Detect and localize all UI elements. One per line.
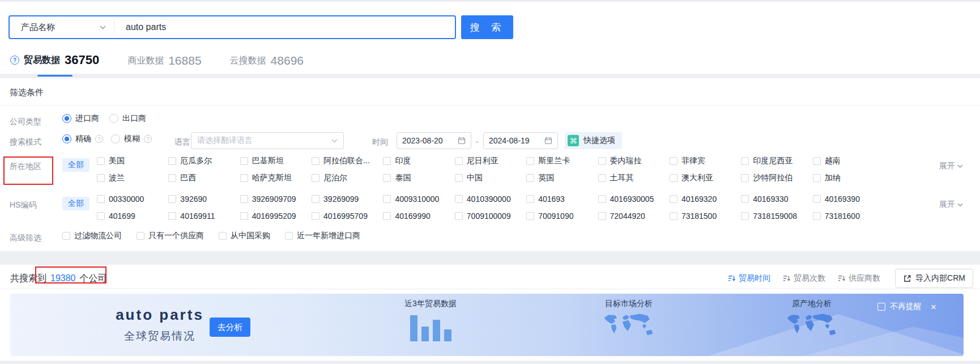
filter-checkbox-item[interactable]: 72044920: [598, 211, 670, 221]
checkbox-icon[interactable]: [168, 174, 176, 182]
search-category-select[interactable]: 产品名称: [10, 16, 114, 38]
filter-checkbox-item[interactable]: 40169330: [741, 194, 812, 204]
language-select[interactable]: 请选择翻译语言: [191, 132, 344, 149]
checkbox-icon[interactable]: [62, 232, 70, 240]
tab-trade-data[interactable]: ? 贸易数据 36750: [10, 53, 99, 77]
filter-checkbox-item[interactable]: 波兰: [97, 173, 168, 183]
filter-checkbox-item[interactable]: 哈萨克斯坦: [240, 173, 312, 183]
checkbox-icon[interactable]: [598, 195, 606, 203]
checkbox-icon[interactable]: [526, 174, 534, 182]
question-circle-icon[interactable]: ?: [144, 135, 152, 143]
checkbox-icon[interactable]: [813, 174, 821, 182]
filter-checkbox-item[interactable]: 4009310000: [383, 194, 454, 204]
search-button[interactable]: 搜 索: [461, 15, 513, 39]
checkbox-icon[interactable]: [741, 212, 749, 220]
radio-icon[interactable]: [111, 134, 120, 143]
filter-checkbox-item[interactable]: 40169390: [813, 194, 884, 204]
filter-checkbox-item[interactable]: 越南: [813, 156, 884, 166]
checkbox-icon[interactable]: [168, 157, 176, 165]
dismiss-checkbox[interactable]: [877, 303, 885, 311]
checkbox-icon[interactable]: [670, 212, 678, 220]
filter-checkbox-item[interactable]: 4010390000: [455, 194, 526, 204]
filter-checkbox-item[interactable]: 尼泊尔: [312, 173, 383, 183]
question-circle-icon[interactable]: ?: [95, 135, 103, 143]
radio-selected-icon[interactable]: [62, 134, 71, 143]
filter-checkbox-item[interactable]: 40169320: [670, 194, 741, 204]
checkbox-icon[interactable]: [455, 174, 463, 182]
filter-checkbox-item[interactable]: 73181500: [670, 211, 741, 221]
checkbox-icon[interactable]: [741, 174, 749, 182]
radio-selected-icon[interactable]: [62, 114, 71, 123]
checkbox-icon[interactable]: [137, 232, 144, 240]
filter-checkbox-item[interactable]: 巴西: [168, 173, 240, 183]
checkbox-icon[interactable]: [598, 174, 606, 182]
filter-checkbox-item[interactable]: 英国: [526, 173, 598, 183]
sort-supplier-count[interactable]: 供应商数: [838, 273, 880, 283]
checkbox-icon[interactable]: [741, 157, 749, 165]
radio-exporter[interactable]: 出口商: [109, 113, 146, 124]
filter-checkbox-item[interactable]: 委内瑞拉: [598, 156, 670, 166]
checkbox-icon[interactable]: [97, 174, 105, 182]
tab-cloud-search-data[interactable]: 云搜数据 48696: [230, 54, 304, 77]
sort-trade-count[interactable]: 贸易次数: [783, 273, 825, 283]
tab-business-data[interactable]: 商业数据 16885: [127, 54, 201, 77]
filter-checkbox-item[interactable]: 7318159008: [741, 211, 812, 221]
filter-checkbox-item[interactable]: 加纳: [813, 173, 884, 183]
checkbox-icon[interactable]: [312, 157, 319, 165]
checkbox-icon[interactable]: [813, 157, 821, 165]
radio-fuzzy[interactable]: 模糊 ?: [111, 134, 152, 144]
filter-checkbox-item[interactable]: 00330000: [97, 194, 168, 204]
checkbox-icon[interactable]: [312, 212, 319, 220]
filter-checkbox-item[interactable]: 近一年新增进口商: [285, 231, 360, 241]
checkbox-icon[interactable]: [168, 195, 176, 203]
checkbox-icon[interactable]: [240, 157, 248, 165]
analyze-button[interactable]: 去分析: [210, 318, 250, 337]
filter-checkbox-item[interactable]: 只有一个供应商: [137, 231, 204, 241]
hs-code-all-button[interactable]: 全部: [62, 197, 90, 210]
checkbox-icon[interactable]: [598, 212, 606, 220]
end-date-input[interactable]: 2024-08-19: [483, 132, 558, 149]
checkbox-icon[interactable]: [383, 212, 391, 220]
radio-importer[interactable]: 进口商: [62, 113, 99, 124]
checkbox-icon[interactable]: [813, 195, 821, 203]
filter-checkbox-item[interactable]: 印度: [383, 156, 454, 166]
filter-checkbox-item[interactable]: 392690: [168, 194, 240, 204]
filter-checkbox-item[interactable]: 斯里兰卡: [526, 156, 598, 166]
radio-exact[interactable]: 精确 ?: [62, 134, 103, 144]
filter-checkbox-item[interactable]: 7009100009: [455, 211, 526, 221]
checkbox-icon[interactable]: [813, 212, 821, 220]
checkbox-icon[interactable]: [219, 232, 227, 240]
filter-checkbox-item[interactable]: 40169911: [168, 211, 240, 221]
hs-code-expand-button[interactable]: 展开: [939, 200, 963, 210]
filter-checkbox-item[interactable]: 73181600: [813, 211, 884, 221]
region-expand-button[interactable]: 展开: [939, 161, 963, 171]
filter-checkbox-item[interactable]: 沙特阿拉伯: [741, 173, 812, 183]
checkbox-icon[interactable]: [312, 195, 319, 203]
filter-checkbox-item[interactable]: 厄瓜多尔: [168, 156, 240, 166]
checkbox-icon[interactable]: [526, 195, 534, 203]
checkbox-icon[interactable]: [526, 157, 534, 165]
filter-checkbox-item[interactable]: 39269099: [312, 194, 383, 204]
filter-checkbox-item[interactable]: 泰国: [383, 173, 454, 183]
checkbox-icon[interactable]: [240, 174, 248, 182]
filter-checkbox-item[interactable]: 菲律宾: [670, 156, 741, 166]
checkbox-icon[interactable]: [455, 157, 463, 165]
filter-checkbox-item[interactable]: 巴基斯坦: [240, 156, 312, 166]
filter-checkbox-item[interactable]: 印度尼西亚: [741, 156, 812, 166]
checkbox-icon[interactable]: [670, 174, 678, 182]
filter-checkbox-item[interactable]: 从中国采购: [219, 231, 270, 241]
quick-options-button[interactable]: ⌘ 快捷选项: [565, 132, 622, 149]
checkbox-icon[interactable]: [383, 157, 391, 165]
filter-checkbox-item[interactable]: 过滤物流公司: [62, 231, 122, 241]
checkbox-icon[interactable]: [741, 195, 749, 203]
filter-checkbox-item[interactable]: 阿拉伯联合...: [312, 156, 383, 166]
checkbox-icon[interactable]: [598, 157, 606, 165]
filter-checkbox-item[interactable]: 中国: [455, 173, 526, 183]
checkbox-icon[interactable]: [383, 195, 391, 203]
search-input[interactable]: [114, 16, 455, 38]
checkbox-icon[interactable]: [455, 212, 463, 220]
checkbox-icon[interactable]: [526, 212, 534, 220]
filter-checkbox-item[interactable]: 4016930005: [598, 194, 670, 204]
checkbox-icon[interactable]: [97, 157, 105, 165]
filter-checkbox-item[interactable]: 401693: [526, 194, 598, 204]
